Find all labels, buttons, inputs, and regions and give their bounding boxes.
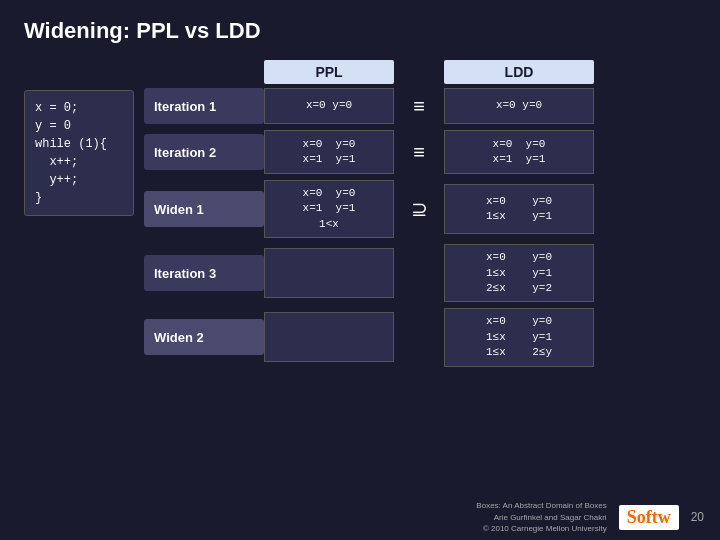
footer-logo: Softw — [619, 505, 679, 530]
row-label-widen2: Widen 2 — [144, 319, 264, 355]
row-label-iter3: Iteration 3 — [144, 255, 264, 291]
row-ppl-widen2 — [264, 312, 394, 362]
row-ppl-iter2: x=0 y=0 x=1 y=1 — [264, 130, 394, 174]
row-symbol-iter1: ≡ — [394, 88, 444, 124]
row-label-iter1: Iteration 1 — [144, 88, 264, 124]
table-row: Iteration 3 x=0 y=0 1≤x y=1 2≤x y=2 — [144, 244, 696, 302]
ldd-header: LDD — [444, 60, 594, 84]
row-ldd-iter1: x=0 y=0 — [444, 88, 594, 124]
row-label-widen1: Widen 1 — [144, 191, 264, 227]
table-area: PPL LDD Iteration 1 x=0 y=0 ≡ x=0 y=0 It… — [144, 60, 696, 373]
ppl-header: PPL — [264, 60, 394, 84]
row-symbol-iter2: ≡ — [394, 134, 444, 170]
row-ldd-iter2: x=0 y=0 x=1 y=1 — [444, 130, 594, 174]
row-symbol-iter3 — [394, 255, 444, 291]
header-row: PPL LDD — [144, 60, 696, 84]
table-row: Widen 2 x=0 y=0 1≤x y=1 1≤x 2≤y — [144, 308, 696, 366]
content-area: x = 0; y = 0 while (1){ x++; y++; } PPL … — [24, 60, 696, 373]
slide: Widening: PPL vs LDD x = 0; y = 0 while … — [0, 0, 720, 540]
table-row: Iteration 1 x=0 y=0 ≡ x=0 y=0 — [144, 88, 696, 124]
table-row: Iteration 2 x=0 y=0 x=1 y=1 ≡ x=0 y=0 x=… — [144, 130, 696, 174]
col-label-spacer — [144, 60, 264, 84]
row-ldd-widen1: x=0 y=0 1≤x y=1 — [444, 184, 594, 234]
page-number: 20 — [691, 510, 704, 524]
row-ldd-widen2: x=0 y=0 1≤x y=1 1≤x 2≤y — [444, 308, 594, 366]
row-ppl-iter1: x=0 y=0 — [264, 88, 394, 124]
row-ldd-iter3: x=0 y=0 1≤x y=1 2≤x y=2 — [444, 244, 594, 302]
row-ppl-widen1: x=0 y=0 x=1 y=1 1<x — [264, 180, 394, 238]
footer: Boxes: An Abstract Domain of Boxes Arie … — [476, 500, 704, 534]
row-label-iter2: Iteration 2 — [144, 134, 264, 170]
footer-citation: Boxes: An Abstract Domain of Boxes Arie … — [476, 500, 606, 534]
row-symbol-widen1: ⊇ — [394, 191, 444, 227]
symbol-spacer — [394, 60, 444, 84]
table-row: Widen 1 x=0 y=0 x=1 y=1 1<x ⊇ x=0 y=0 1≤… — [144, 180, 696, 238]
code-block: x = 0; y = 0 while (1){ x++; y++; } — [24, 90, 134, 216]
row-ppl-iter3 — [264, 248, 394, 298]
slide-title: Widening: PPL vs LDD — [24, 18, 696, 44]
row-symbol-widen2 — [394, 319, 444, 355]
